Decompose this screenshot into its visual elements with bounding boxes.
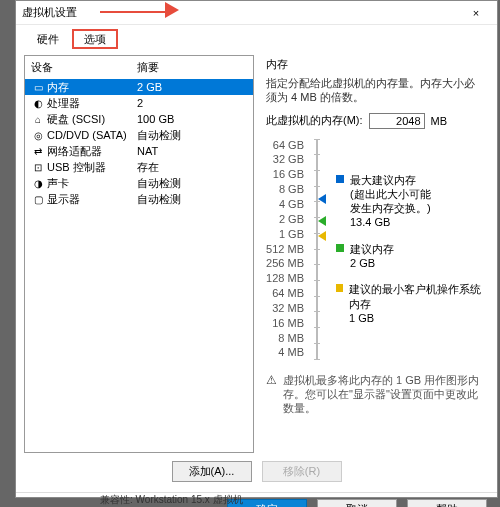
tick-label: 64 GB: [266, 139, 304, 151]
device-name: 处理器: [45, 96, 137, 111]
device-row[interactable]: ▭内存2 GB: [25, 79, 253, 95]
device-row[interactable]: ◐处理器2: [25, 95, 253, 111]
device-icon: ⊡: [31, 162, 45, 173]
device-icon: ▭: [31, 82, 45, 93]
device-value: NAT: [137, 145, 158, 157]
device-buttons: 添加(A)... 移除(R): [16, 459, 497, 492]
device-name: 声卡: [45, 176, 137, 191]
device-icon: ⇄: [31, 146, 45, 157]
device-value: 自动检测: [137, 192, 181, 207]
device-row[interactable]: ▢显示器自动检测: [25, 191, 253, 207]
legend-min: 建议的最小客户机操作系统内存 1 GB: [336, 282, 485, 325]
tab-options[interactable]: 选项: [72, 29, 118, 49]
device-name: 显示器: [45, 192, 137, 207]
tab-hardware[interactable]: 硬件: [24, 29, 72, 49]
memory-input[interactable]: [369, 113, 425, 129]
tick-label: 512 MB: [266, 243, 304, 255]
annotation-line: [100, 11, 168, 13]
memory-desc: 指定分配给此虚拟机的内存量。内存大小必须为 4 MB 的倍数。: [266, 76, 485, 105]
legend: 最大建议内存 (超出此大小可能 发生内存交换。) 13.4 GB 建议内存 2 …: [330, 139, 485, 359]
device-value: 自动检测: [137, 128, 181, 143]
info-icon: ⚠: [266, 373, 277, 416]
device-value: 100 GB: [137, 113, 174, 125]
memory-pane: 内存 指定分配给此虚拟机的内存量。内存大小必须为 4 MB 的倍数。 此虚拟机的…: [262, 55, 489, 453]
marker-recommended: [318, 216, 326, 226]
titlebar: 虚拟机设置 ×: [16, 1, 497, 25]
dialog-footer: 确定 取消 帮助: [16, 492, 497, 507]
device-icon: ▢: [31, 194, 45, 205]
legend-swatch-yellow: [336, 284, 343, 292]
legend-swatch-blue: [336, 175, 344, 183]
device-icon: ◑: [31, 178, 45, 189]
device-row[interactable]: ◑声卡自动检测: [25, 175, 253, 191]
device-name: USB 控制器: [45, 160, 137, 175]
help-button[interactable]: 帮助: [407, 499, 487, 507]
annotation-arrow: [165, 2, 179, 18]
tab-bar: 硬件 选项: [16, 25, 497, 49]
graphics-note-text: 虚拟机最多将此内存的 1 GB 用作图形内存。您可以在"显示器"设置页面中更改此…: [283, 373, 485, 416]
tick-label: 2 GB: [266, 213, 304, 225]
tick-label: 4 MB: [266, 346, 304, 358]
tick-label: 64 MB: [266, 287, 304, 299]
memory-slider-area: 64 GB32 GB16 GB8 GB4 GB2 GB1 GB512 MB256…: [266, 139, 485, 359]
slider-ticks: 64 GB32 GB16 GB8 GB4 GB2 GB1 GB512 MB256…: [266, 139, 304, 359]
window-title: 虚拟机设置: [22, 5, 461, 20]
section-title: 内存: [266, 57, 485, 72]
add-button[interactable]: 添加(A)...: [172, 461, 252, 482]
device-row[interactable]: ⇄网络适配器NAT: [25, 143, 253, 159]
tick-label: 8 MB: [266, 332, 304, 344]
tick-label: 8 GB: [266, 183, 304, 195]
legend-swatch-green: [336, 244, 344, 252]
cancel-button[interactable]: 取消: [317, 499, 397, 507]
marker-min: [318, 231, 326, 241]
device-icon: ◎: [31, 130, 45, 141]
device-value: 2 GB: [137, 81, 162, 93]
legend-max: 最大建议内存 (超出此大小可能 发生内存交换。) 13.4 GB: [336, 173, 485, 230]
marker-max: [318, 194, 326, 204]
device-value: 存在: [137, 160, 159, 175]
memory-label: 此虚拟机的内存(M):: [266, 113, 363, 128]
tick-label: 16 MB: [266, 317, 304, 329]
tick-label: 4 GB: [266, 198, 304, 210]
close-icon[interactable]: ×: [461, 7, 491, 19]
legend-rec: 建议内存 2 GB: [336, 242, 485, 271]
device-list-header: 设备 摘要: [25, 56, 253, 77]
tick-label: 128 MB: [266, 272, 304, 284]
col-summary: 摘要: [137, 60, 159, 75]
device-row[interactable]: ⌂硬盘 (SCSI)100 GB: [25, 111, 253, 127]
col-device: 设备: [31, 60, 137, 75]
tick-label: 32 GB: [266, 153, 304, 165]
device-name: 网络适配器: [45, 144, 137, 159]
legend-rec-text: 建议内存 2 GB: [350, 242, 394, 271]
device-icon: ⌂: [31, 114, 45, 125]
device-row[interactable]: ◎CD/DVD (SATA)自动检测: [25, 127, 253, 143]
slider-track-wrap[interactable]: [310, 139, 324, 359]
device-icon: ◐: [31, 98, 45, 109]
legend-max-text: 最大建议内存 (超出此大小可能 发生内存交换。) 13.4 GB: [350, 173, 431, 230]
tick-label: 256 MB: [266, 257, 304, 269]
tick-label: 32 MB: [266, 302, 304, 314]
slider-tick-marks: [314, 139, 320, 359]
memory-unit: MB: [431, 115, 448, 127]
device-list: ▭内存2 GB◐处理器2⌂硬盘 (SCSI)100 GB◎CD/DVD (SAT…: [25, 79, 253, 207]
device-name: 硬盘 (SCSI): [45, 112, 137, 127]
device-name: CD/DVD (SATA): [45, 129, 137, 141]
status-line: 兼容性: Workstation 15.x 虚拟机: [100, 493, 243, 507]
graphics-note: ⚠ 虚拟机最多将此内存的 1 GB 用作图形内存。您可以在"显示器"设置页面中更…: [266, 373, 485, 416]
tick-label: 16 GB: [266, 168, 304, 180]
device-list-pane: 设备 摘要 ▭内存2 GB◐处理器2⌂硬盘 (SCSI)100 GB◎CD/DV…: [24, 55, 254, 453]
device-value: 自动检测: [137, 176, 181, 191]
memory-input-row: 此虚拟机的内存(M): MB: [266, 113, 485, 129]
tick-label: 1 GB: [266, 228, 304, 240]
vm-settings-dialog: 虚拟机设置 × 硬件 选项 设备 摘要 ▭内存2 GB◐处理器2⌂硬盘 (SCS…: [15, 0, 498, 498]
device-name: 内存: [45, 80, 137, 95]
remove-button: 移除(R): [262, 461, 342, 482]
device-value: 2: [137, 97, 143, 109]
legend-min-text: 建议的最小客户机操作系统内存 1 GB: [349, 282, 485, 325]
device-row[interactable]: ⊡USB 控制器存在: [25, 159, 253, 175]
